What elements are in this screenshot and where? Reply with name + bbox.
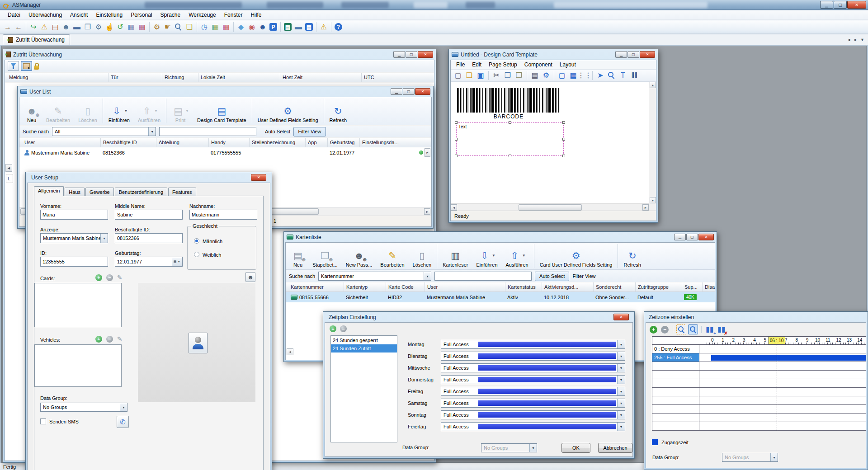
select-tool-icon[interactable]: ➤ xyxy=(595,70,605,80)
ok-button[interactable]: OK xyxy=(561,443,590,453)
monitor-col-utc[interactable]: UTC xyxy=(361,73,377,82)
schedule-item-24-sunden-zutritt[interactable]: 24 Sunden Zutritt xyxy=(331,344,397,352)
remove-card-icon[interactable]: − xyxy=(106,274,113,281)
timezone-grid[interactable]: 01234506 : 107891011121314 0 : Deny Acce… xyxy=(652,336,866,431)
search-input[interactable] xyxy=(159,127,256,136)
cardlist-neu-button[interactable]: ▤⊕Neu xyxy=(288,243,308,269)
auto-select-button[interactable]: Auto Select xyxy=(535,272,569,281)
combo-caret-icon[interactable]: ▼ xyxy=(617,364,625,372)
logout-door-icon[interactable]: ← xyxy=(14,22,24,32)
query-icon[interactable]: ☛ xyxy=(163,22,173,32)
timezone-row-empty[interactable] xyxy=(652,379,866,388)
minimize-button[interactable]: ▁ xyxy=(820,1,833,9)
filter-button[interactable] xyxy=(8,61,19,71)
scroll-left-icon[interactable]: ◄ xyxy=(287,348,293,355)
maximize-button[interactable]: ▢ xyxy=(686,234,698,240)
tab-allgemein[interactable]: Allgemein xyxy=(34,186,64,196)
add-schedule-icon[interactable]: + xyxy=(330,325,336,332)
menu-item-sprache[interactable]: Sprache xyxy=(156,10,185,19)
anzeige-select[interactable]: Mustermann Maria Sabine ▼ xyxy=(40,233,108,243)
userlist-col-app[interactable]: App xyxy=(305,138,319,147)
cardlist-einführen-button[interactable]: ⇩▼Einführen xyxy=(472,243,501,269)
vorname-field[interactable]: Maria xyxy=(40,210,108,220)
schedule-listbox[interactable]: 24 Stunden gesperrt24 Sunden Zutritt xyxy=(330,335,397,442)
resize-handle[interactable] xyxy=(509,121,511,124)
edit-card-icon[interactable]: ✎ xyxy=(117,274,123,281)
user-panel-icon[interactable]: ▦ xyxy=(126,22,136,32)
delete-interval-icon[interactable]: ▮▮✗ xyxy=(717,324,726,334)
userlist-col-einstellungsda[interactable]: Einstellungsda... xyxy=(359,138,401,147)
cardlist-col-sonderecht[interactable]: Sonderecht xyxy=(593,282,623,291)
capture-photo-button[interactable]: ☻ xyxy=(245,272,255,282)
timezone-row-empty[interactable] xyxy=(652,371,866,379)
window-titlebar[interactable]: Zutritt Überwachung ▁ ▢ ✕ xyxy=(5,49,434,60)
timezone-row-0-deny-access[interactable]: 0 : Deny Access xyxy=(652,345,866,353)
new-doc-icon[interactable]: ▢ xyxy=(453,70,463,80)
hand-icon[interactable]: ☝ xyxy=(104,22,114,32)
calendar-icon[interactable]: ▦ xyxy=(221,22,231,32)
scroll-up-icon[interactable]: ▲ xyxy=(650,82,656,88)
resize-handle[interactable] xyxy=(509,155,511,157)
cardlist-col-sup[interactable]: Sup... xyxy=(682,282,700,291)
minimize-button[interactable]: ▁ xyxy=(674,234,686,240)
close-button[interactable]: ✕ xyxy=(251,174,266,181)
cardlist-refresh-button[interactable]: ↻Refresh xyxy=(619,243,645,269)
access-monitor-icon[interactable]: ↪ xyxy=(28,22,38,32)
access-combo-sonntag[interactable]: Full Access▼ xyxy=(441,410,625,419)
close-button[interactable]: ✕ xyxy=(418,51,433,58)
cancel-button[interactable]: Abbrechen xyxy=(598,443,632,453)
menu-item-ansicht[interactable]: Ansicht xyxy=(66,10,92,19)
filter-view-button[interactable]: Filter View xyxy=(293,127,326,136)
dialog-titlebar[interactable]: User Setup ✕ xyxy=(27,172,270,183)
combo-caret-icon[interactable]: ▼ xyxy=(617,423,625,431)
userlist-col-beschäftigte-id[interactable]: Beschäftigte ID xyxy=(100,138,139,147)
timezone-row-255-full-access[interactable]: 255 : Full Access xyxy=(652,353,866,362)
access-combo-mittwoche[interactable]: Full Access▼ xyxy=(441,363,625,372)
combo-caret-icon[interactable]: ▼ xyxy=(617,352,625,360)
menu-item-hilfe[interactable]: Hilfe xyxy=(246,10,265,19)
help-icon[interactable]: ? xyxy=(335,23,342,31)
remove-vehicle-icon[interactable]: − xyxy=(106,336,113,343)
access-combo-donnerstag[interactable]: Full Access▼ xyxy=(441,375,625,384)
paste-icon[interactable]: ❒ xyxy=(514,70,524,80)
cardlist-ausführen-button[interactable]: ⇧▼Ausführen xyxy=(502,243,533,269)
zoom-out-time-icon[interactable] xyxy=(688,324,698,334)
cardlist-stapelbet-button[interactable]: ❐⊕Stapelbet... xyxy=(308,243,342,269)
scroll-left-icon[interactable]: ◄ xyxy=(5,164,12,172)
timezone-row-label[interactable]: 255 : Full Access xyxy=(652,353,699,362)
scroll-down-icon[interactable]: ▼ xyxy=(650,197,656,203)
menu-item-datei[interactable]: Datei xyxy=(4,10,24,19)
vehicle-icon[interactable]: ▬ xyxy=(72,22,82,32)
cardlist-kartenleser-button[interactable]: ▥Kartenleser xyxy=(439,243,472,269)
middle-name-field[interactable]: Sabine xyxy=(115,210,183,220)
scroll-left-icon[interactable]: ◄ xyxy=(451,204,457,211)
userlist-user-defined-fields-setting-button[interactable]: ⚙User Defined Fields Setting xyxy=(254,97,322,125)
calendar-dropdown-icon[interactable]: ▦ ▼ xyxy=(172,258,182,266)
combo-caret-icon[interactable]: ▼ xyxy=(617,399,625,407)
text-component[interactable]: Text xyxy=(458,124,467,129)
access-combo-dienstag[interactable]: Full Access▼ xyxy=(441,352,625,361)
access-combo-montag[interactable]: Full Access▼ xyxy=(441,340,625,349)
sync-icon[interactable]: ↺ xyxy=(115,22,125,32)
timezone-row-empty[interactable] xyxy=(652,396,866,405)
menu-item-page-setup[interactable]: Page Setup xyxy=(485,61,521,69)
timezone-row-empty[interactable] xyxy=(652,422,866,431)
combo-caret-icon[interactable]: ▼ xyxy=(617,411,625,419)
close-button[interactable]: ✕ xyxy=(847,1,866,9)
add-vehicle-icon[interactable]: + xyxy=(95,336,102,343)
window-titlebar[interactable]: Kartenliste ▁ ▢ ✕ xyxy=(285,232,715,242)
tab-gewerbe[interactable]: Gewerbe xyxy=(85,188,114,196)
cardlist-löschen-button[interactable]: ▯Löschen xyxy=(409,243,436,269)
page-settings-icon[interactable]: ⚙ xyxy=(541,70,551,80)
remove-schedule-icon[interactable]: − xyxy=(340,325,347,332)
menu-item-component[interactable]: Component xyxy=(521,61,556,69)
userlist-einführen-button[interactable]: ⇩▼Einführen xyxy=(104,97,134,125)
cardlist-col-aktivierungsd[interactable]: Aktivierungsd... xyxy=(542,282,580,291)
design-canvas[interactable]: BARCODE Text xyxy=(451,82,649,203)
resize-handle[interactable] xyxy=(455,121,458,124)
snap-grid-icon[interactable]: ⋮⋮ xyxy=(580,70,590,80)
save-file-icon[interactable]: ▣ xyxy=(476,70,486,80)
add-card-icon[interactable]: + xyxy=(95,274,102,281)
tab-scroll-left-icon[interactable]: ◄ xyxy=(847,38,851,42)
dialog-titlebar[interactable]: Zeitplan Einstellung ✕ xyxy=(325,312,633,322)
